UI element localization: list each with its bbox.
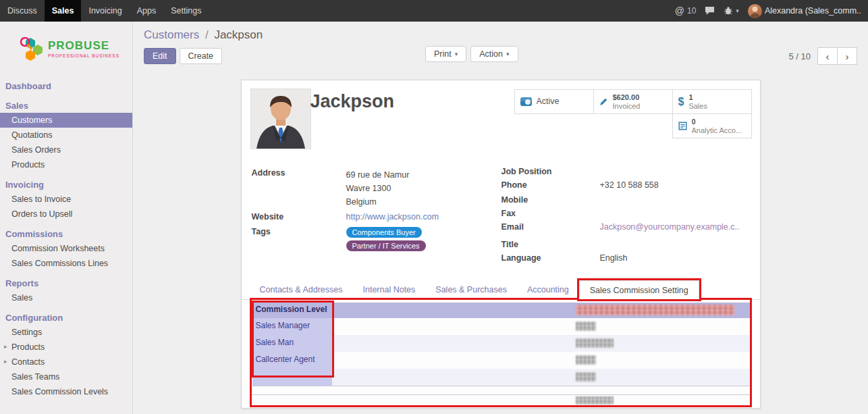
sidebar-item-commission-worksheets[interactable]: Commission Worksheets <box>0 241 132 256</box>
sidebar-item-sales-orders[interactable]: Sales Orders <box>0 143 132 157</box>
tab-internal-notes[interactable]: Internal Notes <box>352 280 425 299</box>
print-dropdown-button[interactable]: Print ▾ <box>425 46 466 62</box>
invoiced-amount: $620.00 <box>613 93 641 102</box>
address-line-1: 69 rue de Namur <box>346 168 410 182</box>
pager-previous-button[interactable]: ‹ <box>817 47 838 65</box>
menu-discuss[interactable]: Discuss <box>0 0 45 22</box>
breadcrumb-customers-link[interactable]: Customers <box>144 28 199 41</box>
redacted-region <box>576 338 614 348</box>
tab-contacts-addresses[interactable]: Contacts & Addresses <box>250 280 353 299</box>
create-button[interactable]: Create <box>180 48 223 64</box>
sidebar-item-config-contacts[interactable]: ▸ Contacts <box>0 355 132 369</box>
sidebar-item-settings[interactable]: Settings <box>0 325 132 340</box>
sales-stat-button[interactable]: $ 1 Sales <box>672 89 752 114</box>
messages-button[interactable] <box>705 6 715 16</box>
pager-next-button[interactable]: › <box>837 47 857 65</box>
commission-level-cell[interactable]: Sales Manager <box>252 318 332 335</box>
table-row-empty[interactable] <box>252 395 751 406</box>
toggle-on-icon <box>520 97 532 106</box>
commission-level-cell <box>252 369 332 386</box>
job-position-label: Job Position <box>501 167 600 178</box>
debug-menu-button[interactable]: ▾ <box>724 6 739 16</box>
user-name: Alexandra (Sales_comm.. <box>765 6 861 16</box>
edit-button[interactable]: Edit <box>144 48 176 64</box>
redacted-region <box>576 396 614 405</box>
column-header-commission-level[interactable]: Commission Level <box>252 303 332 318</box>
mentions-button[interactable]: @ 10 <box>675 5 697 16</box>
top-navbar: Discuss Sales Invoicing Apps Settings @ … <box>0 0 868 22</box>
active-toggle-button[interactable]: Active <box>514 89 594 114</box>
sidebar-heading-invoicing[interactable]: Invoicing <box>0 177 132 192</box>
language-label: Language <box>501 253 600 265</box>
sidebar-item-config-products[interactable]: ▸ Products <box>0 340 132 355</box>
tab-sales-commission-setting[interactable]: Sales Commission Setting <box>579 280 699 299</box>
sidebar-heading-dashboard[interactable]: Dashboard <box>0 78 132 93</box>
tag-partner-it-services: Partner / IT Services <box>346 240 426 251</box>
table-row-empty[interactable] <box>252 369 751 386</box>
menu-invoicing[interactable]: Invoicing <box>81 0 129 22</box>
stat-buttons: Active $620.00 Invoiced $ 1 Sales <box>514 89 752 138</box>
language-value: English <box>600 253 628 265</box>
sidebar-item-sales-teams[interactable]: Sales Teams <box>0 369 132 384</box>
menu-sales[interactable]: Sales <box>45 0 82 22</box>
tab-accounting[interactable]: Accounting <box>517 280 579 299</box>
sidebar-section-sales: Sales Customers Quotations Sales Orders … <box>0 98 132 172</box>
right-field-column: Job Position Phone +32 10 588 558 Mobile… <box>501 167 753 267</box>
title-label: Title <box>501 240 600 251</box>
table-row-callcenter-agent[interactable]: Callcenter Agent <box>252 352 751 369</box>
menu-settings[interactable]: Settings <box>163 0 209 22</box>
sidebar-item-sales-to-invoice[interactable]: Sales to Invoice <box>0 192 132 207</box>
partner-photo <box>250 88 311 149</box>
table-row-empty[interactable] <box>252 386 751 395</box>
sidebar-section-reports: Reports Sales <box>0 276 132 305</box>
notebook-tabs: Contacts & Addresses Internal Notes Sale… <box>242 280 760 300</box>
analytic-label: Analytic Acco... <box>692 126 742 135</box>
sidebar-item-quotations[interactable]: Quotations <box>0 128 132 143</box>
address-label: Address <box>252 168 346 209</box>
pencil-icon <box>599 97 608 106</box>
table-row-sales-manager[interactable]: Sales Manager <box>252 318 751 335</box>
invoiced-stat-button[interactable]: $620.00 Invoiced <box>593 89 673 114</box>
pager: 5 / 10 ‹ › <box>788 47 857 65</box>
action-dropdown-button[interactable]: Action ▾ <box>470 46 518 62</box>
sidebar-item-sales-commissions-lines[interactable]: Sales Commissions Lines <box>0 256 132 271</box>
fax-label: Fax <box>501 209 600 220</box>
redacted-region <box>576 321 596 331</box>
phone-value: +32 10 588 558 <box>600 180 659 192</box>
website-link[interactable]: http://www.jackpson.com <box>346 212 439 224</box>
analytic-accounts-stat-button[interactable]: 0 Analytic Acco... <box>672 113 752 138</box>
sidebar-section-dashboard: Dashboard <box>0 78 132 93</box>
dollar-icon: $ <box>678 96 684 108</box>
tags-field: Tags Components Buyer Partner / IT Servi… <box>252 227 491 251</box>
sidebar-section-commissions: Commissions Commission Worksheets Sales … <box>0 226 132 271</box>
email-link[interactable]: Jackpson@yourcompany.example.c.. <box>600 222 740 234</box>
sidebar-item-sales-commission-levels[interactable]: Sales Commission Levels <box>0 384 132 399</box>
user-menu[interactable]: Alexandra (Sales_comm.. <box>748 4 861 18</box>
invoiced-label: Invoiced <box>613 102 641 111</box>
caret-down-icon: ▾ <box>455 51 458 57</box>
sidebar-item-reports-sales[interactable]: Sales <box>0 290 132 305</box>
sales-label: Sales <box>688 102 707 111</box>
sidebar-heading-commissions[interactable]: Commissions <box>0 226 132 241</box>
sidebar-heading-configuration[interactable]: Configuration <box>0 310 132 325</box>
commission-level-cell[interactable]: Callcenter Agent <box>252 352 332 369</box>
sidebar-heading-sales[interactable]: Sales <box>0 98 132 113</box>
menu-apps[interactable]: Apps <box>130 0 164 22</box>
partner-name: Jackpson <box>310 91 395 112</box>
sidebar-item-label: Contacts <box>11 357 45 367</box>
control-panel: Customers / Jackpson Edit Create Print ▾… <box>133 22 868 80</box>
sidebar-item-orders-to-upsell[interactable]: Orders to Upsell <box>0 207 132 222</box>
commission-level-cell[interactable]: Sales Man <box>252 335 332 352</box>
caret-down-icon: ▾ <box>506 51 510 57</box>
action-buttons: Print ▾ Action ▾ <box>425 46 518 62</box>
print-label: Print <box>434 49 452 59</box>
website-field: Website http://www.jackpson.com <box>252 212 491 224</box>
tab-sales-purchases[interactable]: Sales & Purchases <box>425 280 517 299</box>
sidebar-item-customers[interactable]: Customers <box>0 113 132 128</box>
logo-subtitle: PROFESSIONAL BUSINESS <box>48 53 119 58</box>
sidebar-item-products[interactable]: Products <box>0 157 132 172</box>
mobile-label: Mobile <box>501 195 600 207</box>
sidebar-heading-reports[interactable]: Reports <box>0 276 132 290</box>
app-menu: Discuss Sales Invoicing Apps Settings <box>0 0 209 22</box>
table-row-sales-man[interactable]: Sales Man <box>252 335 751 352</box>
